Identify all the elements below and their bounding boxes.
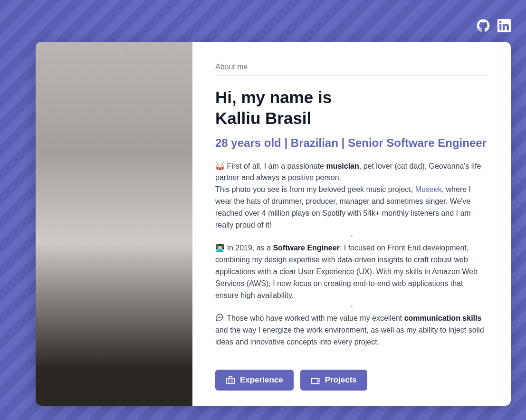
- github-icon: [477, 19, 490, 32]
- bio-paragraph-2: 👨🏻‍💻 In 2019, as a Software Engineer, I …: [215, 242, 488, 301]
- experience-label: Experience: [240, 375, 283, 385]
- projects-label: Projects: [325, 375, 357, 385]
- comment-icon: [215, 313, 224, 322]
- about-content: About me Hi, my name is Kalliu Brasil 28…: [192, 42, 511, 406]
- subtitle: 28 years old | Brazilian | Senior Softwa…: [215, 135, 488, 150]
- profile-photo: [36, 42, 192, 406]
- p3-bold-comm: communication skills: [404, 314, 482, 322]
- coffee-icon: [311, 375, 320, 385]
- p2-bold-engineer: Software Engineer: [273, 244, 339, 252]
- museek-link[interactable]: Museek: [415, 185, 442, 193]
- about-card: About me Hi, my name is Kalliu Brasil 28…: [36, 42, 511, 406]
- heading-line-2: Kalliu Brasil: [215, 109, 311, 127]
- p1-line2a: This photo you see is from my beloved ge…: [215, 185, 415, 193]
- projects-button[interactable]: Projects: [300, 370, 367, 391]
- p2-prefix: 👨🏻‍💻 In 2019, as a: [215, 244, 273, 252]
- p3-rest: and the way I energize the work environm…: [215, 326, 484, 346]
- p2-rest: , I focused on Front End development, co…: [215, 244, 478, 299]
- svg-point-2: [220, 317, 221, 318]
- section-label: About me: [215, 63, 488, 76]
- svg-rect-3: [227, 378, 235, 384]
- p1-prefix: 🥁 First of all, I am a passionate: [215, 162, 326, 170]
- p1-bold-musician: musician: [326, 162, 359, 170]
- experience-button[interactable]: Experience: [215, 370, 294, 391]
- svg-point-0: [218, 317, 219, 318]
- heading-line-1: Hi, my name is: [215, 88, 332, 106]
- svg-point-1: [220, 317, 220, 318]
- linkedin-icon: [497, 19, 511, 32]
- action-buttons: Experience Projects: [215, 355, 488, 391]
- separator-dot: •: [215, 304, 488, 310]
- separator-dot: •: [215, 234, 488, 239]
- photo-placeholder: [36, 42, 192, 406]
- bio-paragraph-1: 🥁 First of all, I am a passionate musici…: [215, 161, 488, 231]
- briefcase-icon: [226, 375, 235, 385]
- github-link[interactable]: [477, 19, 490, 32]
- linkedin-link[interactable]: [497, 19, 511, 32]
- social-links: [477, 19, 511, 32]
- bio-text: 🥁 First of all, I am a passionate musici…: [215, 161, 488, 348]
- page-title: Hi, my name is Kalliu Brasil: [215, 87, 488, 129]
- bio-paragraph-3: Those who have worked with me value my e…: [215, 313, 488, 348]
- p3-prefix: Those who have worked with me value my e…: [225, 314, 404, 322]
